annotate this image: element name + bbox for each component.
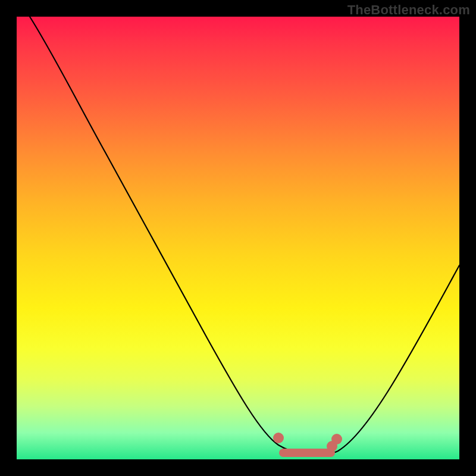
chart-svg xyxy=(17,17,459,459)
watermark-text: TheBottleneck.com xyxy=(347,2,470,18)
marker-dot-right-2 xyxy=(331,434,342,444)
marker-dot-left xyxy=(273,433,284,443)
chart-plot-area xyxy=(17,17,459,459)
bottleneck-curve xyxy=(30,17,459,455)
